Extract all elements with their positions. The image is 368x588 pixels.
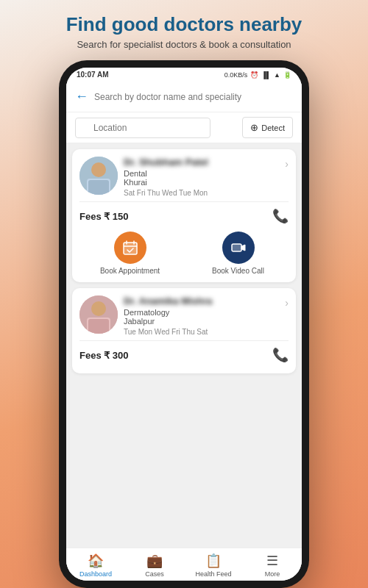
screen-content: ← 📍 ⊕ Detect: [66, 82, 302, 581]
page-title: Find good doctors nearby: [15, 13, 353, 36]
detect-icon: ⊕: [250, 122, 258, 133]
location-wrapper: 📍: [75, 118, 238, 138]
doctor-days-1: Sat Fri Thu Wed Tue Mon: [124, 189, 279, 197]
detect-button[interactable]: ⊕ Detect: [242, 117, 293, 138]
book-appointment-label-1: Book Appointment: [100, 267, 160, 275]
nav-dashboard[interactable]: 🏠 Dashboard: [66, 553, 125, 578]
location-input[interactable]: [75, 118, 210, 138]
chevron-icon-1[interactable]: ›: [285, 158, 289, 170]
book-video-label-1: Book Video Call: [212, 267, 264, 275]
doctor-name-2: Dr. Anamika Mishra: [124, 295, 279, 306]
fees-row-1: Fees ₹ 150 📞: [79, 205, 289, 227]
nav-more[interactable]: ☰ More: [243, 553, 302, 578]
nav-dashboard-label: Dashboard: [79, 570, 112, 578]
alarm-icon: ⏰: [250, 71, 258, 79]
book-video-btn-1[interactable]: Book Video Call: [188, 232, 289, 275]
doctor-avatar-1: [79, 157, 118, 195]
home-icon: 🏠: [88, 553, 104, 569]
status-time: 10:07 AM: [77, 71, 109, 79]
phone-icon-1[interactable]: 📞: [272, 208, 289, 224]
doctor-specialty-2: Dermatology: [124, 308, 279, 317]
page-header: Find good doctors nearby Search for spec…: [0, 0, 368, 57]
cards-area: Dr. Shubham Patel Dental Khurai Sat Fri …: [66, 143, 302, 548]
doctor-days-2: Tue Mon Wed Fri Thu Sat: [124, 328, 279, 336]
card-divider-2: [79, 340, 289, 341]
doctor-avatar-2: [79, 295, 118, 334]
svg-point-10: [91, 301, 106, 316]
location-row: 📍 ⊕ Detect: [66, 112, 302, 143]
more-icon: ☰: [266, 553, 278, 569]
svg-rect-4: [124, 243, 137, 254]
search-input[interactable]: [94, 92, 293, 102]
nav-health-feed-label: Health Feed: [195, 570, 231, 578]
svg-point-1: [91, 162, 106, 177]
card-top-2: Dr. Anamika Mishra Dermatology Jabalpur …: [79, 295, 289, 336]
cases-icon: 💼: [146, 553, 163, 569]
appointment-icon-1: [114, 232, 146, 264]
doctor-location-1: Khurai: [124, 178, 279, 187]
phone-icon-2[interactable]: 📞: [272, 347, 289, 363]
chevron-icon-2[interactable]: ›: [285, 297, 289, 309]
doctor-location-2: Jabalpur: [124, 317, 279, 326]
card-divider-1: [79, 201, 289, 202]
fees-text-1: Fees ₹ 150: [79, 211, 129, 222]
data-speed: 0.0KB/s: [224, 71, 248, 79]
doctor-name-1: Dr. Shubham Patel: [124, 157, 279, 168]
page-subtitle: Search for specialist doctors & book a c…: [15, 39, 353, 50]
doctor-card-1: Dr. Shubham Patel Dental Khurai Sat Fri …: [72, 149, 296, 282]
status-bar: 10:07 AM 0.0KB/s ⏰ ▐▌ ▲ 🔋: [66, 68, 302, 82]
battery-icon: 🔋: [283, 71, 291, 79]
health-feed-icon: 📋: [205, 553, 222, 569]
book-appointment-btn-1[interactable]: Book Appointment: [79, 232, 180, 275]
back-button[interactable]: ←: [75, 89, 88, 104]
status-icons: 0.0KB/s ⏰ ▐▌ ▲ 🔋: [224, 71, 291, 79]
bottom-nav: 🏠 Dashboard 💼 Cases 📋 Health Feed ☰ More: [66, 548, 302, 581]
video-icon-1: [222, 232, 255, 264]
nav-cases-label: Cases: [145, 570, 164, 578]
search-bar-area: ←: [66, 82, 302, 112]
detect-label: Detect: [261, 123, 285, 132]
doctor-specialty-1: Dental: [124, 169, 279, 178]
svg-rect-12: [88, 319, 109, 334]
nav-cases[interactable]: 💼 Cases: [125, 553, 184, 578]
wifi-icon: ▲: [274, 71, 280, 79]
phone-screen: 10:07 AM 0.0KB/s ⏰ ▐▌ ▲ 🔋 ← 📍: [66, 68, 302, 581]
doctor-info-1: Dr. Shubham Patel Dental Khurai Sat Fri …: [124, 157, 279, 197]
fees-row-2: Fees ₹ 300 📞: [79, 344, 289, 366]
signal-icon: ▐▌: [261, 71, 271, 79]
phone-frame: 10:07 AM 0.0KB/s ⏰ ▐▌ ▲ 🔋 ← 📍: [59, 60, 309, 588]
svg-rect-8: [232, 244, 241, 251]
nav-more-label: More: [265, 570, 280, 578]
action-buttons-1: Book Appointment Book Video Call: [79, 232, 289, 275]
fees-text-2: Fees ₹ 300: [79, 350, 129, 361]
doctor-info-2: Dr. Anamika Mishra Dermatology Jabalpur …: [124, 295, 279, 336]
svg-rect-3: [88, 180, 109, 195]
nav-health-feed[interactable]: 📋 Health Feed: [184, 553, 243, 578]
doctor-card-2: Dr. Anamika Mishra Dermatology Jabalpur …: [72, 288, 296, 373]
card-top-1: Dr. Shubham Patel Dental Khurai Sat Fri …: [79, 157, 289, 197]
